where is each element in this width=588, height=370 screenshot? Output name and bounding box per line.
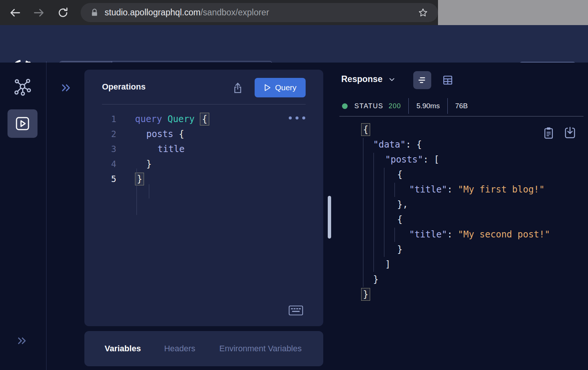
response-view-table-toggle[interactable] <box>441 73 454 87</box>
run-query-label: Query <box>275 83 296 92</box>
json-line: } <box>332 272 588 287</box>
bookmark-star-icon[interactable] <box>418 7 428 18</box>
share-icon <box>232 81 244 94</box>
sidebar-divider <box>46 63 46 370</box>
chevron-down-icon <box>388 75 396 84</box>
operations-panel: Operations Query 1 query Query { 2 posts… <box>84 70 323 326</box>
json-line: "title": "My second post!" <box>332 227 588 242</box>
editor-line: 4 } <box>84 157 323 172</box>
matched-bracket: } <box>361 288 370 301</box>
download-response-button[interactable] <box>564 126 576 140</box>
status-dot <box>342 103 348 109</box>
indent-guide <box>394 228 395 242</box>
operations-title: Operations <box>102 82 146 92</box>
collapse-documentation-button[interactable] <box>60 82 72 94</box>
line-number-active: 5 <box>84 174 116 184</box>
indent-guide <box>136 169 137 215</box>
share-operation-button[interactable] <box>232 81 244 94</box>
lock-icon <box>90 8 99 18</box>
play-outline-icon <box>264 84 271 92</box>
response-duration: 5.90ms <box>416 102 440 110</box>
json-line: ] <box>332 257 588 272</box>
reload-icon <box>57 7 69 19</box>
indent-guide <box>374 153 374 272</box>
keyboard-icon <box>288 305 303 316</box>
dot <box>302 116 305 119</box>
browser-address-bar[interactable]: studio.apollographql.com/sandbox/explore… <box>81 3 438 22</box>
browser-reload-button[interactable] <box>57 6 69 19</box>
dot <box>289 116 292 119</box>
code-text: posts { <box>135 129 184 139</box>
keyboard-shortcuts-button[interactable] <box>288 305 303 316</box>
back-arrow-icon <box>9 7 21 19</box>
double-chevron-right-icon <box>60 82 72 94</box>
desktop-background-strip <box>438 0 588 25</box>
copy-response-button[interactable] <box>543 126 555 140</box>
status-label: STATUS <box>354 102 383 110</box>
download-icon <box>564 126 576 140</box>
response-size: 76B <box>455 102 468 110</box>
code-text: title <box>135 144 184 154</box>
studio-header: A SANDBOX http://localhost:3000/api/grap… <box>0 25 588 63</box>
json-line: } <box>332 287 588 302</box>
url-text: studio.apollographql.com/sandbox/explore… <box>105 7 418 18</box>
browser-forward-button[interactable] <box>33 6 45 19</box>
status-divider <box>447 98 448 114</box>
variables-headers-panel: Variables Headers Environment Variables <box>84 331 323 366</box>
apollo-studio-screen: studio.apollographql.com/sandbox/explore… <box>0 0 588 370</box>
workspace: Operations Query 1 query Query { 2 posts… <box>0 63 588 370</box>
tab-variables[interactable]: Variables <box>105 344 141 354</box>
response-title: Response <box>341 74 382 84</box>
code-text: } <box>135 159 152 169</box>
response-panel: Response STATUS 200 5.90ms 76B <box>332 63 588 370</box>
json-line: "title": "My first blog!" <box>332 182 588 197</box>
status-divider <box>408 98 409 114</box>
response-status-row: STATUS 200 5.90ms 76B <box>342 98 468 114</box>
json-line: } <box>332 242 588 257</box>
json-line: { <box>332 167 588 182</box>
panel-resize-handle[interactable] <box>328 196 331 239</box>
editor-line: 5 } <box>84 172 323 186</box>
response-header-divider <box>339 116 584 116</box>
matched-bracket: { <box>200 113 209 126</box>
sidebar-item-schema[interactable] <box>14 78 32 96</box>
sidebar-item-explorer-active[interactable] <box>8 109 38 138</box>
formatted-text-icon <box>417 75 428 86</box>
json-line: "posts": [ <box>332 152 588 167</box>
status-code: 200 <box>388 102 401 110</box>
matched-bracket: { <box>361 123 370 136</box>
indent-guide <box>384 168 384 257</box>
operations-header-divider <box>102 104 306 104</box>
line-number: 4 <box>84 159 116 169</box>
graphql-query-editor[interactable]: 1 query Query { 2 posts { 3 title 4 } 5 <box>84 112 323 326</box>
browser-back-button[interactable] <box>9 6 21 19</box>
response-view-formatted-toggle[interactable] <box>413 71 431 89</box>
editor-line: 2 posts { <box>84 127 323 142</box>
clipboard-icon <box>543 126 555 140</box>
run-query-button[interactable]: Query <box>255 78 306 97</box>
response-dropdown[interactable]: Response <box>341 74 396 84</box>
explorer-play-icon <box>14 115 31 132</box>
indent-guide <box>394 183 395 197</box>
url-host: studio.apollographql.com <box>105 7 201 17</box>
indent-guide <box>149 184 149 198</box>
operation-options-menu[interactable] <box>289 116 305 119</box>
json-line: }, <box>332 197 588 212</box>
line-number: 1 <box>84 114 116 124</box>
line-number: 3 <box>84 144 116 154</box>
tab-environment-variables[interactable]: Environment Variables <box>219 344 302 354</box>
indent-guide <box>363 138 363 287</box>
double-chevron-right-icon <box>16 335 28 347</box>
response-json-viewer: { "data": { "posts": [ { "title": "My fi… <box>332 122 588 370</box>
line-number: 2 <box>84 129 116 139</box>
tab-headers[interactable]: Headers <box>164 344 195 354</box>
browser-toolbar: studio.apollographql.com/sandbox/explore… <box>0 0 588 25</box>
json-line: { <box>332 212 588 227</box>
graph-schema-icon <box>14 78 32 96</box>
code-text: query Query { <box>135 113 209 126</box>
editor-line: 1 query Query { <box>84 112 323 127</box>
editor-line: 3 title <box>84 142 323 157</box>
forward-arrow-icon <box>33 7 45 19</box>
sidebar-expand-button[interactable] <box>16 335 28 347</box>
dot <box>296 116 298 119</box>
